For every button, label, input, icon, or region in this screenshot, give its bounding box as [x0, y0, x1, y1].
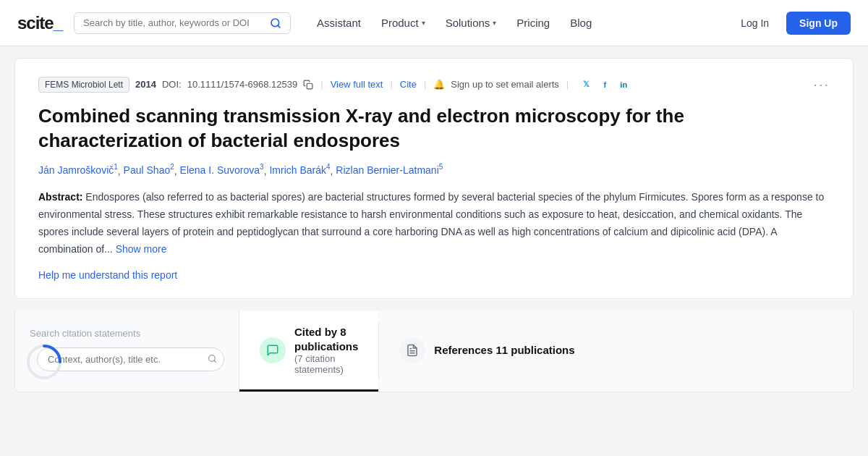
linkedin-icon[interactable]: in	[616, 77, 631, 92]
citation-tabs: Cited by 8 publications (7 citation stat…	[239, 311, 853, 392]
view-full-text-link[interactable]: View full text	[331, 79, 383, 90]
cited-by-text: Cited by 8 publications (7 citation stat…	[294, 325, 358, 375]
citation-search-panel: Search citation statements	[15, 311, 239, 392]
author-2[interactable]: Paul Shao2	[124, 164, 174, 176]
abstract-text: Abstract: Endospores (also referred to a…	[38, 189, 830, 258]
header: scite_ Assistant Product ▾ Solutions ▾ P…	[0, 0, 868, 46]
author-3[interactable]: Elena I. Suvorova3	[180, 164, 264, 176]
citation-search-input[interactable]	[37, 347, 224, 371]
copy-icon[interactable]	[303, 80, 313, 90]
journal-badge: FEMS Microbiol Lett	[38, 77, 129, 93]
article-doi: 10.1111/1574-6968.12539	[187, 79, 298, 90]
facebook-icon[interactable]: f	[597, 77, 612, 92]
product-chevron-icon: ▾	[422, 19, 425, 27]
nav-blog[interactable]: Blog	[561, 11, 600, 35]
header-actions: Log In Sign Up	[729, 12, 851, 35]
citation-search-bar[interactable]	[30, 347, 224, 371]
signup-button[interactable]: Sign Up	[786, 12, 851, 35]
article-title: Combined scanning transmission X-ray and…	[38, 104, 830, 153]
svg-line-1	[278, 25, 280, 28]
search-icon	[270, 17, 281, 29]
nav-pricing[interactable]: Pricing	[508, 11, 558, 35]
twitter-icon[interactable]: 𝕏	[579, 77, 593, 92]
cited-by-icon	[260, 337, 286, 363]
tab-references[interactable]: References 11 publications	[379, 311, 595, 392]
search-input[interactable]	[83, 17, 265, 28]
article-card: FEMS Microbiol Lett 2014 DOI: 10.1111/15…	[14, 58, 854, 299]
author-4[interactable]: Imrich Barák4	[269, 164, 330, 176]
solutions-chevron-icon: ▾	[493, 19, 496, 27]
citation-search-button[interactable]	[208, 354, 217, 366]
help-link[interactable]: Help me understand this report	[38, 269, 177, 281]
svg-line-5	[214, 360, 216, 362]
nav-solutions[interactable]: Solutions ▾	[437, 11, 506, 35]
search-bar[interactable]	[74, 12, 291, 34]
article-year: 2014	[135, 79, 156, 90]
article-doi-label: DOI:	[162, 79, 182, 90]
search-small-icon	[208, 354, 217, 363]
citation-search-title: Search citation statements	[30, 328, 224, 339]
login-button[interactable]: Log In	[729, 12, 780, 35]
svg-rect-2	[307, 83, 312, 89]
nav-product[interactable]: Product ▾	[373, 11, 434, 35]
bell-icon: 🔔	[433, 79, 445, 90]
article-meta-bar: FEMS Microbiol Lett 2014 DOI: 10.1111/15…	[38, 76, 830, 93]
cite-link[interactable]: Cite	[400, 79, 417, 90]
references-icon	[399, 337, 425, 363]
tab-cited-by[interactable]: Cited by 8 publications (7 citation stat…	[239, 311, 378, 392]
main-nav: Assistant Product ▾ Solutions ▾ Pricing …	[308, 11, 718, 35]
more-options-icon[interactable]: ···	[813, 76, 830, 93]
authors-list: Ján Jamroškovič1, Paul Shao2, Elena I. S…	[38, 164, 830, 177]
logo[interactable]: scite_	[17, 13, 62, 33]
show-more-link[interactable]: Show more	[116, 243, 167, 255]
author-1[interactable]: Ján Jamroškovič1	[38, 164, 118, 176]
references-text: References 11 publications	[434, 343, 574, 358]
social-icons: 𝕏 f in	[579, 77, 631, 92]
abstract-label: Abstract:	[38, 191, 82, 203]
alert-text: Sign up to set email alerts	[451, 79, 559, 90]
author-5[interactable]: Rizlan Bernier-Latmani5	[336, 164, 443, 176]
nav-assistant[interactable]: Assistant	[308, 11, 370, 35]
